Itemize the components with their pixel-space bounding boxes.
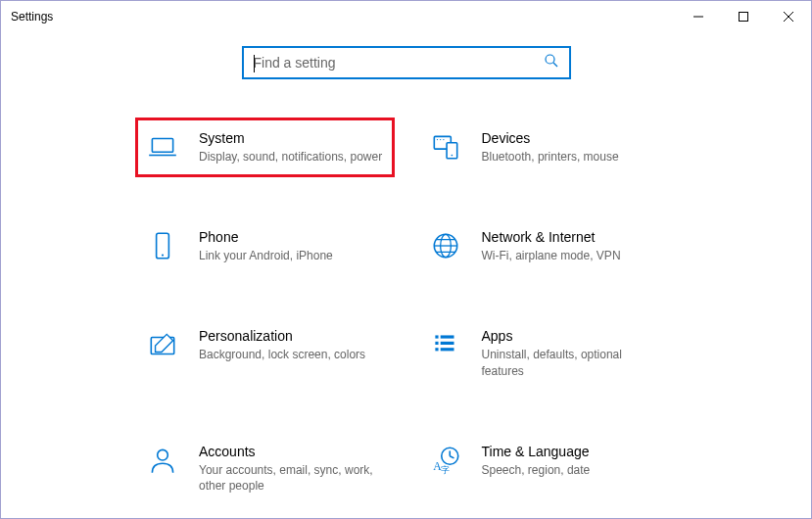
svg-rect-6 <box>152 139 172 153</box>
category-system[interactable]: System Display, sound, notifications, po… <box>135 118 395 177</box>
category-desc: Uninstall, defaults, optional features <box>482 347 667 378</box>
category-title: Phone <box>199 229 384 245</box>
apps-icon <box>429 328 462 361</box>
category-text: System Display, sound, notifications, po… <box>199 130 384 165</box>
category-apps[interactable]: Apps Uninstall, defaults, optional featu… <box>421 320 675 386</box>
category-desc: Your accounts, email, sync, work, other … <box>199 462 384 494</box>
category-title: Time & Language <box>482 444 667 459</box>
close-button[interactable] <box>766 1 811 32</box>
search-box[interactable] <box>242 46 571 79</box>
svg-point-10 <box>451 155 453 157</box>
personalization-icon <box>146 328 179 361</box>
search-container <box>1 46 811 79</box>
category-desc: Link your Android, iPhone <box>199 248 384 263</box>
svg-rect-25 <box>440 342 454 345</box>
category-text: Apps Uninstall, defaults, optional featu… <box>482 328 667 378</box>
category-text: Time & Language Speech, region, date <box>482 444 667 478</box>
category-devices[interactable]: Devices Bluetooth, printers, mouse <box>421 122 675 172</box>
category-phone[interactable]: Phone Link your Android, iPhone <box>138 221 392 271</box>
accounts-icon <box>146 444 179 477</box>
svg-line-5 <box>553 63 557 67</box>
category-text: Network & Internet Wi-Fi, airplane mode,… <box>482 229 667 263</box>
category-text: Phone Link your Android, iPhone <box>199 229 384 263</box>
svg-rect-22 <box>435 336 438 339</box>
window-title: Settings <box>11 10 53 24</box>
globe-icon <box>429 229 462 262</box>
category-desc: Display, sound, notifications, power <box>199 149 384 165</box>
svg-text:字: 字 <box>440 465 449 475</box>
svg-rect-27 <box>440 349 454 352</box>
svg-point-4 <box>546 55 554 64</box>
titlebar: Settings <box>1 1 811 32</box>
svg-rect-24 <box>435 342 438 345</box>
laptop-icon <box>146 130 179 164</box>
svg-point-11 <box>436 139 437 140</box>
close-icon <box>784 12 793 22</box>
svg-rect-1 <box>740 13 748 22</box>
category-text: Devices Bluetooth, printers, mouse <box>482 130 667 165</box>
search-icon <box>544 53 559 72</box>
category-desc: Background, lock screen, colors <box>199 347 384 362</box>
category-title: Devices <box>482 130 667 146</box>
category-text: Personalization Background, lock screen,… <box>199 328 384 362</box>
maximize-button[interactable] <box>721 1 766 32</box>
category-desc: Wi-Fi, airplane mode, VPN <box>482 248 667 263</box>
text-caret <box>254 55 255 72</box>
svg-point-12 <box>440 139 441 140</box>
category-accounts[interactable]: Accounts Your accounts, email, sync, wor… <box>138 436 392 501</box>
svg-point-13 <box>443 139 444 140</box>
minimize-button[interactable] <box>676 1 721 32</box>
category-network[interactable]: Network & Internet Wi-Fi, airplane mode,… <box>421 221 675 271</box>
svg-point-15 <box>162 255 164 257</box>
window-controls <box>676 1 811 32</box>
search-input[interactable] <box>254 55 544 71</box>
phone-icon <box>146 229 179 262</box>
time-language-icon: A字 <box>429 444 462 477</box>
category-text: Accounts Your accounts, email, sync, wor… <box>199 444 384 494</box>
settings-grid: System Display, sound, notifications, po… <box>1 122 811 501</box>
category-title: Network & Internet <box>482 229 667 245</box>
category-title: Personalization <box>199 328 384 344</box>
category-personalization[interactable]: Personalization Background, lock screen,… <box>138 320 392 386</box>
svg-point-28 <box>158 449 168 460</box>
category-title: System <box>199 130 384 146</box>
svg-rect-23 <box>440 336 454 339</box>
svg-line-31 <box>450 456 454 458</box>
category-title: Accounts <box>199 444 384 459</box>
category-title: Apps <box>482 328 667 344</box>
category-desc: Speech, region, date <box>482 462 667 478</box>
minimize-icon <box>693 12 703 22</box>
maximize-icon <box>739 12 748 22</box>
category-time-language[interactable]: A字 Time & Language Speech, region, date <box>421 436 675 501</box>
devices-icon <box>429 130 462 164</box>
category-desc: Bluetooth, printers, mouse <box>482 149 667 165</box>
svg-rect-26 <box>435 349 438 352</box>
